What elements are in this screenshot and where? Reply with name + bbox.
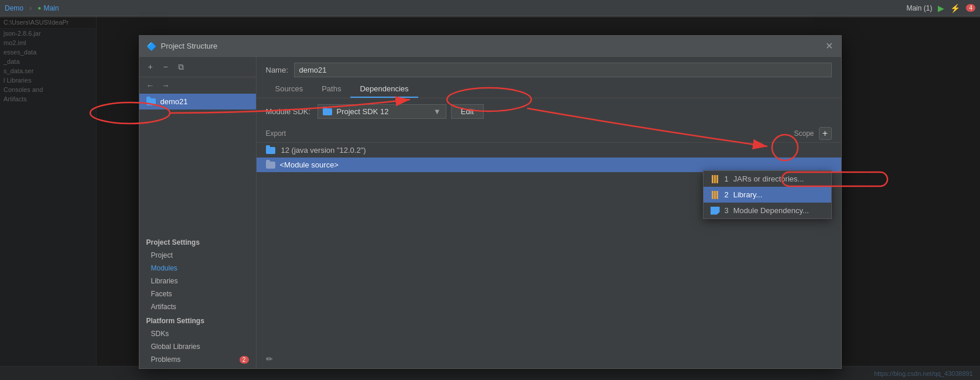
nav-facets[interactable]: Facets (139, 287, 256, 300)
dropdown-item-module-dep[interactable]: 3 Module Dependency... (704, 203, 831, 218)
dialog-nav: ← → (139, 77, 256, 94)
dep-item-jdk[interactable]: 12 (java version "12.0.2") (257, 143, 841, 158)
dep-table-header: Export Scope + (257, 125, 841, 143)
project-settings-section: Project Settings (139, 235, 256, 249)
run-config-label: Main (1) (906, 4, 932, 12)
tab-sources[interactable]: Sources (266, 81, 313, 98)
project-settings-title: Project Settings (146, 238, 249, 247)
dropdown-item-label-jars: JARs or directories... (733, 174, 804, 183)
dropdown-item-num-1: 1 (725, 174, 729, 183)
dialog-title: 🔷 Project Structure (146, 42, 218, 51)
dropdown-item-label-library: Library... (733, 190, 763, 199)
nav-project[interactable]: Project (139, 249, 256, 262)
nav-artifacts[interactable]: Artifacts (139, 300, 256, 313)
dropdown-item-jars[interactable]: 1 JARs or directories... (704, 171, 831, 187)
nav-modules[interactable]: Modules (139, 262, 256, 275)
remove-module-button[interactable]: − (159, 60, 172, 73)
scope-column-header: Scope (767, 129, 814, 138)
name-label: Name: (266, 66, 289, 74)
dropdown-item-num-3: 3 (725, 206, 729, 215)
nav-back-button[interactable]: ← (144, 80, 157, 91)
module-item-demo21[interactable]: demo21 (139, 94, 256, 109)
dialog-toolbar: + − ⧉ (139, 57, 256, 77)
nav-global-libraries[interactable]: Global Libraries (139, 340, 256, 353)
platform-settings-title: Platform Settings (146, 317, 249, 325)
demo-link[interactable]: Demo (5, 4, 23, 12)
sdk-select-value: Project SDK 12 (337, 107, 389, 116)
platform-settings-section: Platform Settings (139, 313, 256, 327)
nav-sdks[interactable]: SDKs (139, 327, 256, 340)
dialog-icon: 🔷 (146, 42, 156, 51)
dep-folder-icon-gray (266, 162, 275, 169)
library-icon (711, 191, 720, 199)
sdk-row: Module SDK: Project SDK 12 ▼ Edit (257, 98, 841, 125)
add-dependency-dropdown: 1 JARs or directories... 2 Library... 3 … (703, 170, 832, 219)
dep-folder-icon-blue (266, 147, 275, 154)
dialog-left-panel: + − ⧉ ← → demo21 Pr (139, 57, 257, 368)
modal-overlay: 🔷 Project Structure ✕ + − ⧉ ← → (0, 18, 980, 380)
edit-dep-button[interactable]: ✏ (266, 354, 273, 364)
name-input[interactable] (294, 63, 832, 77)
problems-label[interactable]: Problems (151, 355, 181, 364)
error-count: 4 (966, 4, 975, 12)
separator: › (29, 4, 32, 12)
module-folder-icon (146, 98, 156, 105)
module-item-label: demo21 (161, 97, 188, 106)
sdk-select-dropdown[interactable]: Project SDK 12 ▼ (317, 104, 446, 119)
nav-forward-button[interactable]: → (159, 80, 172, 91)
dialog-title-bar: 🔷 Project Structure ✕ (139, 36, 841, 57)
main-link[interactable]: ● Main (37, 4, 59, 12)
dialog-title-text: Project Structure (161, 42, 218, 50)
dropdown-item-label-module-dep: Module Dependency... (733, 206, 809, 215)
add-module-button[interactable]: + (144, 60, 157, 73)
tab-paths[interactable]: Paths (312, 81, 350, 98)
dep-item-label-source: <Module source> (280, 160, 339, 169)
module-list: demo21 (139, 94, 256, 235)
debug-button[interactable]: ⚡ (950, 4, 960, 13)
name-row: Name: (257, 57, 841, 81)
dep-item-label-jdk: 12 (java version "12.0.2") (281, 146, 366, 155)
project-structure-dialog: 🔷 Project Structure ✕ + − ⧉ ← → (139, 35, 842, 369)
sdk-label: Module SDK: (266, 107, 313, 116)
edit-sdk-button[interactable]: Edit (451, 104, 484, 119)
add-dependency-button[interactable]: + (819, 127, 832, 140)
dropdown-item-library[interactable]: 2 Library... (704, 187, 831, 203)
tab-dependencies[interactable]: Dependencies (350, 81, 418, 98)
sdk-folder-icon (323, 108, 332, 115)
right-panel-actions: ✏ (257, 350, 841, 368)
problems-badge: 2 (240, 356, 249, 364)
ide-topbar: Demo › ● Main Main (1) ▶ ⚡ 4 (0, 0, 980, 16)
copy-module-button[interactable]: ⧉ (175, 60, 187, 73)
dialog-close-button[interactable]: ✕ (825, 42, 834, 51)
run-button[interactable]: ▶ (938, 4, 944, 13)
dropdown-item-num-2: 2 (725, 190, 729, 199)
jars-icon (711, 175, 720, 183)
sdk-dropdown-arrow: ▼ (433, 107, 441, 116)
tabs-row: Sources Paths Dependencies (257, 81, 841, 98)
module-dep-icon (711, 207, 720, 215)
export-column-header: Export (266, 129, 767, 138)
problems-row: Problems 2 (139, 353, 256, 368)
nav-libraries[interactable]: Libraries (139, 275, 256, 287)
